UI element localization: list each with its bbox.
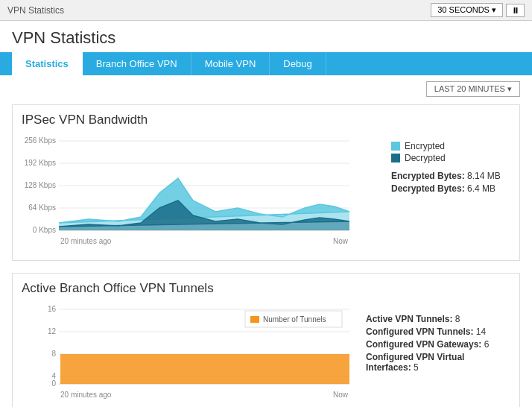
top-bar-controls: 30 SECONDS ▾ ⏸ [431,3,525,17]
bandwidth-chart-area: 256 Kbps 192 Kbps 128 Kbps 64 Kbps 0 Kbp… [22,133,382,253]
encrypted-bytes-stat: Encrypted Bytes: 8.14 MB [391,171,510,181]
tabs-bar: Statistics Branch Office VPN Mobile VPN … [0,52,532,75]
svg-text:Now: Now [333,237,349,245]
configured-tunnels-label: Configured VPN Tunnels: [366,326,473,337]
interval-button[interactable]: 30 SECONDS ▾ [431,3,503,17]
configured-interfaces-value: 5 [414,362,419,373]
decrypted-bytes-label: Decrypted Bytes: [391,183,465,194]
bandwidth-chart-row: 256 Kbps 192 Kbps 128 Kbps 64 Kbps 0 Kbp… [22,133,510,253]
bandwidth-chart-card: IPSec VPN Bandwidth 256 Kbps 192 Kbps 12… [12,104,520,261]
pause-button[interactable]: ⏸ [506,4,525,17]
svg-text:Number of Tunnels: Number of Tunnels [263,315,326,324]
bandwidth-svg: 256 Kbps 192 Kbps 128 Kbps 64 Kbps 0 Kbp… [22,133,357,253]
svg-text:16: 16 [48,305,57,313]
decrypted-bytes-stat: Decrypted Bytes: 6.4 MB [391,183,510,194]
time-filter-row: LAST 20 MINUTES ▾ [12,81,520,97]
tunnels-chart-title: Active Branch Office VPN Tunnels [22,281,510,296]
top-bar: VPN Statistics 30 SECONDS ▾ ⏸ [0,0,532,21]
configured-interfaces-stat: Configured VPN Virtual Interfaces: 5 [366,352,510,373]
tunnels-svg: 16 12 8 4 0 Number of Tunnels 20 minutes… [22,302,357,406]
svg-text:0: 0 [51,379,56,388]
active-tunnels-label: Active VPN Tunnels: [366,314,452,324]
svg-text:128 Kbps: 128 Kbps [25,181,56,189]
svg-text:Now: Now [333,391,349,399]
tunnels-bar [60,354,349,384]
svg-text:12: 12 [48,327,57,335]
tunnels-chart-card: Active Branch Office VPN Tunnels 16 12 8… [12,273,520,407]
tunnels-chart-row: 16 12 8 4 0 Number of Tunnels 20 minutes… [22,302,510,406]
svg-text:8: 8 [51,350,56,358]
content-area: LAST 20 MINUTES ▾ IPSec VPN Bandwidth 25… [0,75,532,407]
bandwidth-legend-stats: Encrypted Decrypted Encrypted Bytes: 8.1… [391,133,510,196]
tunnels-legend-stats: Active VPN Tunnels: 8 Configured VPN Tun… [366,302,510,375]
encrypted-bytes-value: 8.14 MB [467,171,501,181]
page-header: VPN Statistics [0,21,532,52]
configured-gateways-stat: Configured VPN Gateways: 6 [366,339,510,350]
bandwidth-legend-encrypted-label: Encrypted [405,141,445,151]
configured-gateways-value: 6 [484,339,490,350]
page-title: VPN Statistics [12,28,520,48]
tab-mobile-vpn[interactable]: Mobile VPN [191,52,270,75]
active-tunnels-stat: Active VPN Tunnels: 8 [366,314,510,324]
bandwidth-chart-title: IPSec VPN Bandwidth [22,113,510,127]
active-tunnels-value: 8 [455,314,460,324]
time-filter-button[interactable]: LAST 20 MINUTES ▾ [426,81,520,97]
encrypted-bytes-label: Encrypted Bytes: [391,171,465,181]
svg-text:256 Kbps: 256 Kbps [25,136,56,145]
svg-text:20 minutes ago: 20 minutes ago [60,391,112,399]
bandwidth-legend-decrypted: Decrypted [391,153,510,163]
bandwidth-legend-decrypted-label: Decrypted [405,153,446,163]
configured-tunnels-stat: Configured VPN Tunnels: 14 [366,326,510,337]
tab-branch-office-vpn[interactable]: Branch Office VPN [83,52,191,75]
svg-text:20 minutes ago: 20 minutes ago [60,237,112,245]
svg-text:0 Kbps: 0 Kbps [33,226,56,234]
decrypted-color-swatch [391,154,400,163]
configured-tunnels-value: 14 [476,326,486,337]
svg-text:192 Kbps: 192 Kbps [25,159,56,167]
tunnels-chart-area: 16 12 8 4 0 Number of Tunnels 20 minutes… [22,302,357,406]
tab-debug[interactable]: Debug [270,52,326,75]
tab-statistics[interactable]: Statistics [12,52,83,75]
top-bar-title: VPN Statistics [7,5,64,16]
svg-text:64 Kbps: 64 Kbps [28,204,56,212]
bandwidth-legend-encrypted: Encrypted [391,141,510,151]
configured-gateways-label: Configured VPN Gateways: [366,339,481,350]
decrypted-bytes-value: 6.4 MB [467,183,495,194]
encrypted-color-swatch [391,142,400,151]
svg-rect-23 [250,316,259,323]
